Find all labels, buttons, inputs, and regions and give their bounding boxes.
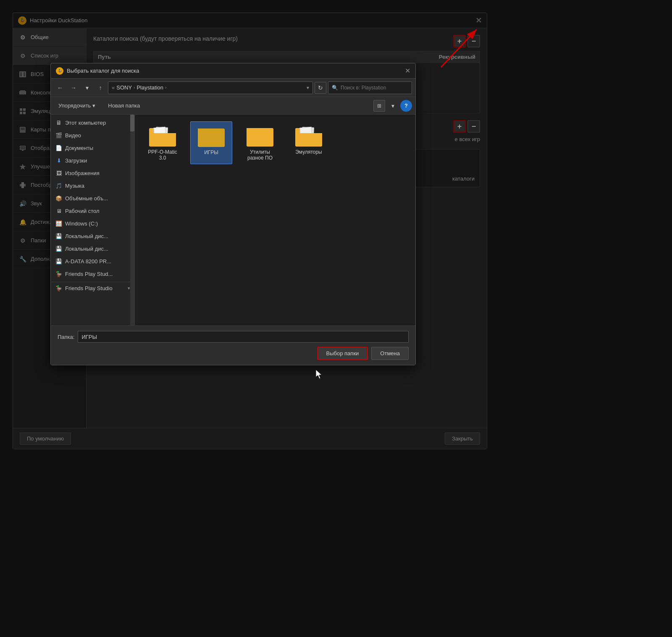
nav-back-button[interactable]: ← <box>54 82 66 94</box>
tree-item-local2[interactable]: Локальный дис... <box>51 242 134 255</box>
tree-item-3d[interactable]: Объёмные объ... <box>51 192 134 204</box>
tree-label-images: Изображения <box>65 170 100 176</box>
tree-label-music: Музыка <box>65 183 84 189</box>
path-dropdown-button[interactable]: ▾ <box>307 85 309 91</box>
dialog-toolbar: Упорядочить ▾ Новая папка ⊞ ▾ ? <box>51 97 415 115</box>
drive1-icon <box>55 233 63 239</box>
tree-label-friends: Friends Play Stud... <box>65 271 113 277</box>
help-button[interactable]: ? <box>400 100 412 112</box>
path-bar[interactable]: « SONY › Playstation › ▾ <box>108 81 313 94</box>
drive2-icon <box>55 246 63 252</box>
file-label-emulators: Эмуляторы <box>295 149 322 155</box>
tree-item-music[interactable]: Музыка <box>51 179 134 192</box>
dialog-title-bar: 🦆 Выбрать каталог для поиска ✕ <box>51 63 415 79</box>
tree-label-downloads: Загрузки <box>65 157 87 164</box>
file-item-utils[interactable]: Утилиты разное ПО <box>239 121 281 164</box>
windows-icon <box>55 220 63 226</box>
tree-label-desktop: Рабочий стол <box>65 208 100 214</box>
select-folder-button[interactable]: Выбор папки <box>317 347 368 360</box>
tree-label-windows: Windows (C:) <box>65 220 98 227</box>
tree-item-friends-bottom[interactable]: Friends Play Studio ▾ <box>51 282 134 294</box>
music-icon <box>55 183 63 189</box>
tree-label-friends-bottom: Friends Play Studio <box>65 285 113 291</box>
tree-item-friends[interactable]: Friends Play Stud... <box>51 267 134 280</box>
file-label-ppf: PPF-O-Matic 3.0 <box>145 149 180 161</box>
computer-icon <box>55 120 63 126</box>
dialog-bottom: Папка: Выбор папки Отмена <box>51 325 415 365</box>
cancel-button[interactable]: Отмена <box>371 347 409 360</box>
tree-item-images[interactable]: Изображения <box>51 167 134 179</box>
3d-icon <box>55 195 63 201</box>
tree-scrollbar[interactable] <box>130 115 134 325</box>
dialog-buttons: Выбор папки Отмена <box>58 347 409 360</box>
view-controls: ⊞ ▾ ? <box>373 100 412 112</box>
dialog-nav-bar: ← → ▾ ↑ « SONY › Playstation › ▾ ↻ 🔍 <box>51 79 415 97</box>
tree-item-local1[interactable]: Локальный дис... <box>51 230 134 242</box>
search-bar: 🔍 <box>328 81 412 94</box>
tree-label-video: Видео <box>65 132 81 139</box>
tree-label-adata: A-DATA 8200 PR... <box>65 258 111 265</box>
file-label-utils: Утилиты разное ПО <box>242 149 278 161</box>
file-picker-dialog: 🦆 Выбрать каталог для поиска ✕ ← → ▾ ↑ «… <box>50 63 416 365</box>
docs-icon <box>55 145 63 151</box>
tree-label-documents: Документы <box>65 145 93 151</box>
video-icon <box>55 132 63 138</box>
search-input[interactable] <box>341 85 408 91</box>
search-icon: 🔍 <box>332 85 338 91</box>
dialog-body: Этот компьютер Видео Документы Загрузки … <box>51 115 415 325</box>
file-label-games: ИГРЫ <box>204 149 218 155</box>
folder-label: Папка: <box>58 334 74 340</box>
folder-ppf-icon <box>149 125 176 147</box>
friends-bottom-icon <box>55 286 63 291</box>
dialog-icon: 🦆 <box>56 67 63 75</box>
tree-label-local1: Локальный дис... <box>65 233 108 239</box>
path-arrow-1: › <box>134 85 135 90</box>
nav-refresh-button[interactable]: ↻ <box>315 82 326 94</box>
images-icon <box>55 170 63 176</box>
file-tree: Этот компьютер Видео Документы Загрузки … <box>51 115 135 325</box>
tree-item-adata[interactable]: A-DATA 8200 PR... <box>51 255 134 267</box>
path-sony: SONY <box>116 84 132 91</box>
tree-item-video[interactable]: Видео <box>51 129 134 142</box>
tree-label-local2: Локальный дис... <box>65 246 108 252</box>
adata-icon <box>55 258 63 264</box>
folder-utils-icon <box>247 125 273 147</box>
tree-scrollbar-thumb <box>130 115 134 131</box>
nav-dropdown-button[interactable]: ▾ <box>81 82 93 94</box>
file-item-emulators[interactable]: Эмуляторы <box>288 121 330 164</box>
downloads-icon <box>55 157 63 163</box>
tree-item-computer[interactable]: Этот компьютер <box>51 116 134 129</box>
tree-item-desktop[interactable]: Рабочий стол <box>51 204 134 217</box>
file-item-games[interactable]: ИГРЫ <box>190 121 232 164</box>
nav-up-button[interactable]: ↑ <box>94 82 106 94</box>
nav-forward-button[interactable]: → <box>68 82 79 94</box>
tree-item-documents[interactable]: Документы <box>51 142 134 154</box>
file-item-ppf[interactable]: PPF-O-Matic 3.0 <box>142 121 184 164</box>
dialog-close-button[interactable]: ✕ <box>405 67 410 75</box>
tree-item-downloads[interactable]: Загрузки <box>51 154 134 167</box>
tree-item-windows[interactable]: Windows (C:) <box>51 217 134 230</box>
path-playstation: Playstation <box>136 84 163 91</box>
path-arrow-2: › <box>165 85 166 90</box>
friends-icon <box>55 271 63 277</box>
tree-label-computer: Этот компьютер <box>65 120 106 126</box>
desktop-icon <box>55 208 63 214</box>
new-folder-button[interactable]: Новая папка <box>103 101 145 110</box>
view-dropdown-button[interactable]: ▾ <box>387 100 399 112</box>
organize-button[interactable]: Упорядочить ▾ <box>54 101 100 110</box>
folder-input-row: Папка: <box>58 331 409 343</box>
file-grid: PPF-O-Matic 3.0 ИГРЫ Утилиты разное ПО <box>135 115 415 325</box>
organize-dropdown-icon: ▾ <box>92 102 95 109</box>
tree-label-3d: Объёмные объ... <box>65 195 108 202</box>
view-toggle-button[interactable]: ⊞ <box>373 100 385 112</box>
folder-input[interactable] <box>78 331 409 343</box>
folder-emulators-icon <box>295 125 322 147</box>
path-prefix: « <box>112 84 115 91</box>
folder-games-icon <box>198 125 225 147</box>
dialog-title: Выбрать каталог для поиска <box>67 68 139 74</box>
